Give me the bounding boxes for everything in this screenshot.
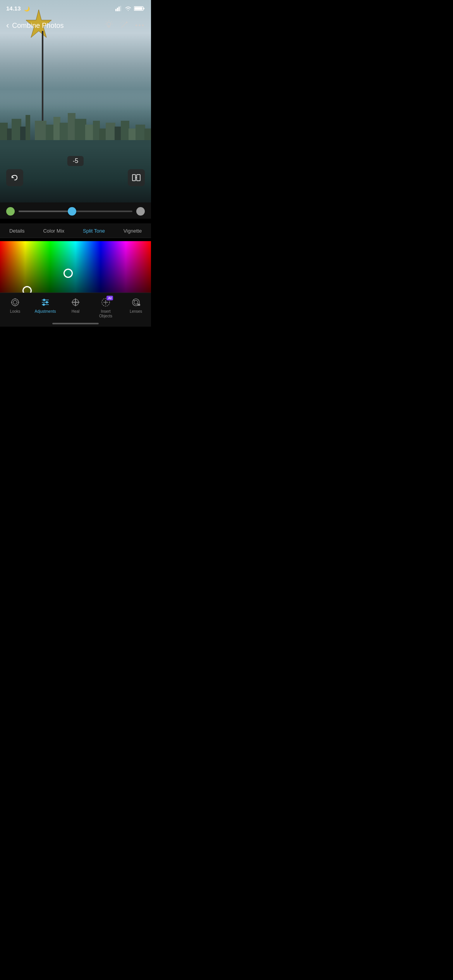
status-time-area: 14.13 🌙: [6, 5, 30, 12]
hue-slider-row: [6, 207, 145, 216]
bottom-nav: Looks Adjustments Heal: [0, 293, 151, 327]
color-thumb-highlights[interactable]: [63, 269, 73, 278]
svg-line-11: [106, 21, 106, 22]
nav-adjustments[interactable]: Adjustments: [34, 297, 57, 314]
nav-lenses[interactable]: Lenses: [124, 297, 148, 314]
undo-button[interactable]: [6, 169, 23, 186]
svg-point-52: [43, 299, 45, 301]
svg-line-17: [124, 22, 124, 22]
status-icons: [115, 6, 145, 11]
lenses-icon: [131, 297, 141, 308]
svg-line-14: [121, 23, 126, 28]
insert-objects-label: InsertObjects: [99, 309, 112, 319]
ai-badge: AI: [106, 296, 113, 300]
svg-line-12: [112, 21, 112, 22]
status-time: 14.13: [6, 5, 21, 12]
adjustments-label: Adjustments: [34, 309, 56, 314]
more-icon[interactable]: •••: [135, 22, 145, 30]
slider-left-indicator: [6, 207, 15, 216]
svg-line-63: [134, 300, 135, 301]
tab-details[interactable]: Details: [6, 226, 28, 235]
looks-label: Looks: [10, 309, 21, 314]
looks-icon: [10, 297, 20, 308]
slider-section: [0, 202, 151, 219]
svg-rect-42: [132, 175, 136, 181]
header-left: ‹ Combine Photos: [6, 21, 63, 31]
svg-point-7: [107, 22, 111, 26]
svg-rect-3: [120, 6, 121, 11]
tab-color-mix[interactable]: Color Mix: [40, 226, 67, 235]
wifi-icon: [125, 6, 132, 11]
heal-icon: [70, 297, 81, 308]
value-badge: -5: [67, 156, 84, 166]
svg-point-54: [46, 301, 48, 303]
home-indicator: [52, 323, 99, 324]
tab-bar: Details Color Mix Split Tone Vignette: [0, 223, 151, 238]
wand-icon[interactable]: [120, 20, 129, 31]
svg-rect-43: [137, 175, 140, 181]
nav-heal[interactable]: Heal: [64, 297, 87, 314]
cityscape: [0, 107, 151, 146]
color-picker[interactable]: [0, 241, 151, 299]
svg-point-56: [43, 303, 45, 306]
adjustments-icon: [40, 297, 50, 308]
header-right: •••: [104, 20, 145, 31]
page-title: Combine Photos: [12, 22, 63, 30]
moon-icon: 🌙: [24, 6, 30, 12]
insert-icon: AI: [101, 297, 111, 308]
svg-point-48: [15, 305, 16, 307]
tab-vignette[interactable]: Vignette: [120, 226, 145, 235]
svg-rect-41: [0, 140, 151, 146]
svg-rect-5: [144, 8, 145, 9]
nav-insert-objects[interactable]: AI InsertObjects: [94, 297, 117, 319]
color-spectrum[interactable]: [0, 241, 151, 299]
svg-point-47: [15, 298, 16, 300]
tab-split-tone[interactable]: Split Tone: [80, 226, 108, 235]
back-button[interactable]: ‹: [6, 21, 9, 31]
svg-line-18: [121, 24, 122, 25]
signal-icon: [115, 6, 122, 11]
lenses-label: Lenses: [130, 309, 142, 314]
header: ‹ Combine Photos: [0, 17, 151, 34]
svg-rect-0: [115, 9, 117, 11]
lightbulb-icon[interactable]: [104, 20, 113, 31]
svg-rect-1: [117, 8, 118, 11]
heal-label: Heal: [72, 309, 80, 314]
compare-button[interactable]: [128, 169, 145, 186]
svg-point-49: [11, 302, 12, 303]
hue-slider-track[interactable]: [19, 211, 132, 212]
status-bar: 14.13 🌙: [0, 0, 151, 17]
svg-line-15: [121, 22, 122, 23]
svg-point-46: [12, 299, 19, 306]
svg-rect-6: [135, 7, 142, 10]
nav-looks[interactable]: Looks: [3, 297, 27, 314]
battery-icon: [134, 6, 145, 11]
slider-right-indicator: [136, 207, 145, 216]
svg-point-45: [13, 300, 17, 304]
slider-thumb[interactable]: [68, 207, 76, 216]
svg-rect-2: [118, 7, 120, 11]
svg-rect-65: [137, 304, 140, 306]
svg-point-50: [18, 302, 19, 303]
